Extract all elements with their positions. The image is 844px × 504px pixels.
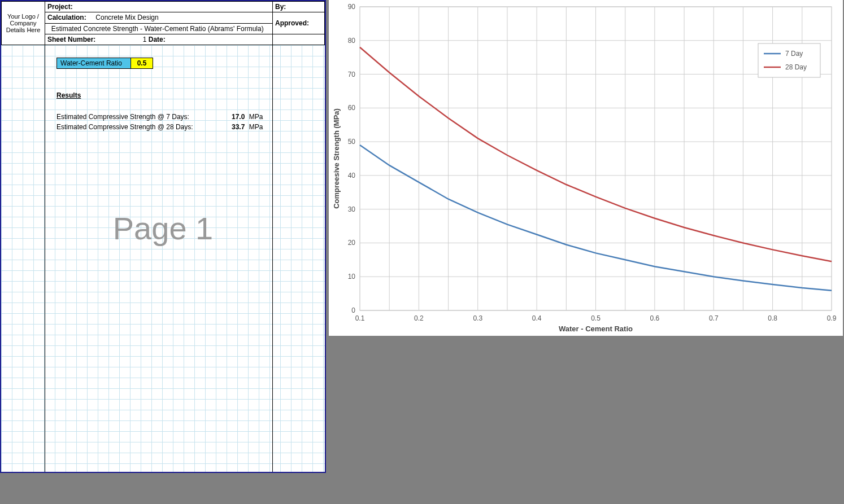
svg-text:Water  -  Cement Ratio: Water - Cement Ratio xyxy=(559,325,633,333)
svg-text:70: 70 xyxy=(348,71,356,78)
svg-text:0.1: 0.1 xyxy=(355,314,365,322)
svg-text:0.4: 0.4 xyxy=(532,314,542,322)
date-label: Date: xyxy=(149,36,166,43)
svg-text:20: 20 xyxy=(348,239,356,247)
svg-text:0.6: 0.6 xyxy=(650,314,660,322)
water-cement-ratio-input[interactable]: 0.5 xyxy=(130,58,153,69)
right-margin-line xyxy=(272,1,273,472)
calculation-label: Calculation: xyxy=(47,14,86,21)
svg-text:10: 10 xyxy=(348,273,356,281)
result-7-day-unit: MPa xyxy=(249,113,263,121)
sheet-number-value: 1 xyxy=(143,36,147,43)
engineering-grid-background xyxy=(1,45,325,472)
svg-text:Compreesive Strength (MPa): Compreesive Strength (MPa) xyxy=(332,108,341,209)
strength-chart: 01020304050607080900.10.20.30.40.50.60.7… xyxy=(329,0,843,336)
svg-text:80: 80 xyxy=(348,37,356,45)
page-watermark: Page 1 xyxy=(113,210,214,247)
left-margin-line xyxy=(45,1,45,472)
water-cement-ratio-label: Water-Cement Ratio xyxy=(56,58,131,69)
svg-text:28 Day: 28 Day xyxy=(785,63,807,71)
result-28-day-value: 33.7 xyxy=(222,123,245,131)
svg-text:30: 30 xyxy=(348,205,356,213)
svg-text:0.5: 0.5 xyxy=(591,314,601,322)
chart-panel: 01020304050607080900.10.20.30.40.50.60.7… xyxy=(329,0,843,336)
result-row-28-day: Estimated Compressive Strength @ 28 Days… xyxy=(56,123,282,131)
project-label: Project: xyxy=(47,3,73,11)
svg-text:0.8: 0.8 xyxy=(768,314,777,322)
sheet-number-label: Sheet Number: xyxy=(47,36,95,43)
svg-text:7 Day: 7 Day xyxy=(785,50,803,58)
svg-text:50: 50 xyxy=(348,138,356,146)
svg-text:0.2: 0.2 xyxy=(414,314,424,322)
sheet-header-block: Your Logo / Company Details Here Project… xyxy=(1,1,325,45)
result-7-day-value: 17.0 xyxy=(222,113,245,121)
subtitle-value: Estimated Concrete Strength - Water-Ceme… xyxy=(51,25,264,33)
logo-placeholder-cell: Your Logo / Company Details Here xyxy=(2,2,45,45)
by-label: By: xyxy=(275,3,286,11)
svg-text:0: 0 xyxy=(351,306,355,314)
result-28-day-unit: MPa xyxy=(249,123,263,131)
sheet-header-table: Your Logo / Company Details Here Project… xyxy=(1,1,325,45)
svg-text:90: 90 xyxy=(348,3,356,11)
result-row-7-day: Estimated Compressive Strength @ 7 Days:… xyxy=(56,113,282,121)
svg-text:60: 60 xyxy=(348,104,356,112)
svg-text:40: 40 xyxy=(348,172,356,179)
svg-rect-47 xyxy=(758,43,820,77)
calculation-sheet-panel: Your Logo / Company Details Here Project… xyxy=(0,0,326,473)
calculation-value: Concrete Mix Design xyxy=(95,14,158,21)
approved-label: Approved: xyxy=(275,19,309,27)
svg-text:0.3: 0.3 xyxy=(473,314,482,322)
svg-text:0.7: 0.7 xyxy=(709,314,719,322)
results-heading: Results xyxy=(56,91,81,99)
svg-text:0.9: 0.9 xyxy=(827,314,837,322)
result-28-day-label: Estimated Compressive Strength @ 28 Days… xyxy=(56,123,220,131)
result-7-day-label: Estimated Compressive Strength @ 7 Days: xyxy=(56,113,220,121)
